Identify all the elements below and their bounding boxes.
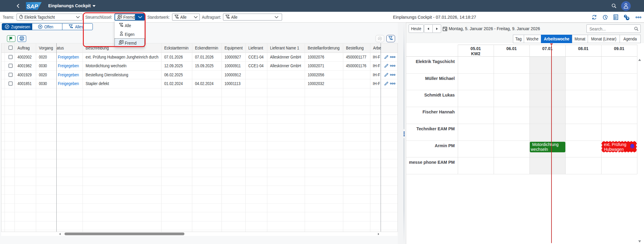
svg-text:SAP: SAP [27, 3, 38, 10]
